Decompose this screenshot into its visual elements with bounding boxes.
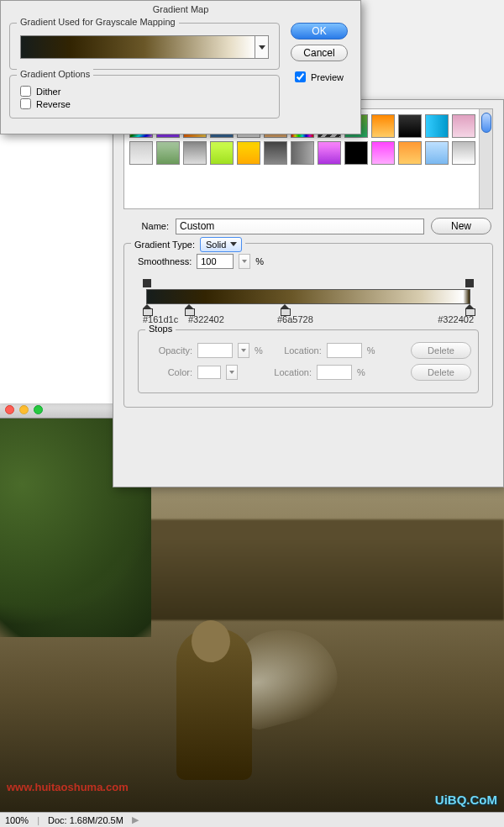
gradient-preset-swatch[interactable]	[425, 114, 449, 138]
gradient-preset-swatch[interactable]	[291, 141, 314, 165]
gradient-preset-swatch[interactable]	[237, 141, 260, 165]
gradient-preset-swatch[interactable]	[129, 141, 153, 165]
gradient-type-label: Gradient Type:	[134, 240, 195, 250]
color-stop[interactable]	[185, 304, 193, 314]
dialog-title: Gradient Map	[1, 1, 360, 18]
gradient-preset-swatch[interactable]	[156, 141, 180, 165]
opacity-stop[interactable]	[465, 279, 474, 287]
smoothness-input[interactable]	[197, 254, 234, 269]
gradient-map-dialog: Gradient Map OK Cancel Preview Gradient …	[0, 0, 361, 134]
watermark-logo: UiBQ.CoM	[435, 793, 497, 807]
opacity-dropdown-icon	[238, 343, 249, 358]
zoom-level[interactable]: 100%	[5, 815, 29, 825]
opacity-input	[197, 343, 233, 358]
gradient-preset-swatch[interactable]	[398, 114, 422, 138]
smoothness-label: Smoothness:	[138, 256, 192, 266]
gradient-preset-swatch[interactable]	[425, 141, 449, 165]
fairy-figure	[143, 595, 311, 780]
stops-legend: Stops	[145, 324, 176, 334]
name-input[interactable]	[176, 219, 424, 234]
percent-label: %	[255, 256, 264, 266]
color-stop[interactable]	[281, 304, 289, 314]
color-stop[interactable]	[143, 304, 151, 314]
background-document	[0, 92, 118, 403]
gradient-preset-swatch[interactable]	[318, 141, 341, 165]
delete-button: Delete	[411, 342, 471, 359]
gradient-preset-swatch[interactable]	[371, 141, 395, 165]
opacity-label: Opacity:	[145, 345, 192, 356]
preview-label: Preview	[311, 72, 344, 82]
gradient-preset-swatch[interactable]	[398, 141, 422, 165]
delete-button: Delete	[411, 364, 471, 381]
gradient-preset-swatch[interactable]	[183, 141, 207, 165]
gradient-preset-swatch[interactable]	[452, 114, 475, 138]
gradient-preset-swatch[interactable]	[210, 141, 234, 165]
gradient-preset-swatch[interactable]	[264, 141, 287, 165]
mapping-legend: Gradient Used for Grayscale Mapping	[17, 17, 179, 27]
opacity-location-input	[327, 343, 362, 358]
stop-hex-labels: #161d1c #322402 #6a5728 #322402	[143, 314, 474, 326]
gradient-preset-swatch[interactable]	[371, 114, 395, 138]
gradient-editor-dialog: OK Cancel Load... Save... Name: New Grad…	[113, 99, 504, 487]
location-label: Location:	[258, 367, 312, 377]
dither-label: Dither	[36, 87, 60, 97]
gradient-preview[interactable]	[20, 35, 269, 59]
gradient-ramp[interactable]	[138, 277, 479, 314]
color-swatch	[197, 366, 221, 379]
gradient-preset-swatch[interactable]	[344, 141, 368, 165]
location-label: Location:	[268, 345, 322, 356]
reverse-checkbox[interactable]	[20, 98, 31, 109]
doc-size: Doc: 1.68M/20.5M	[48, 815, 123, 825]
color-dropdown-icon	[226, 365, 238, 380]
zoom-icon[interactable]	[34, 405, 43, 414]
watermark-url: www.huitaoshuma.com	[7, 781, 129, 793]
minimize-icon[interactable]	[19, 405, 29, 414]
smoothness-dropdown-icon[interactable]	[239, 254, 250, 269]
opacity-stop[interactable]	[143, 279, 151, 287]
cancel-button[interactable]: Cancel	[291, 45, 348, 61]
gradient-dropdown-icon[interactable]	[255, 36, 268, 58]
ok-button[interactable]: OK	[291, 23, 348, 40]
options-legend: Gradient Options	[17, 69, 93, 79]
close-icon[interactable]	[5, 405, 14, 414]
gradient-type-select[interactable]: Solid	[200, 237, 242, 252]
status-bar: 100% | Doc: 1.68M/20.5M ▶	[0, 812, 504, 827]
dither-checkbox[interactable]	[20, 86, 31, 97]
color-label: Color:	[145, 367, 192, 377]
new-button[interactable]: New	[431, 218, 491, 234]
reverse-label: Reverse	[36, 99, 71, 109]
gradient-preset-swatch[interactable]	[452, 141, 475, 165]
name-label: Name:	[125, 221, 169, 231]
preview-checkbox[interactable]	[295, 71, 306, 82]
color-location-input	[317, 365, 352, 380]
color-stop[interactable]	[465, 304, 474, 314]
scrollbar[interactable]	[479, 109, 492, 208]
